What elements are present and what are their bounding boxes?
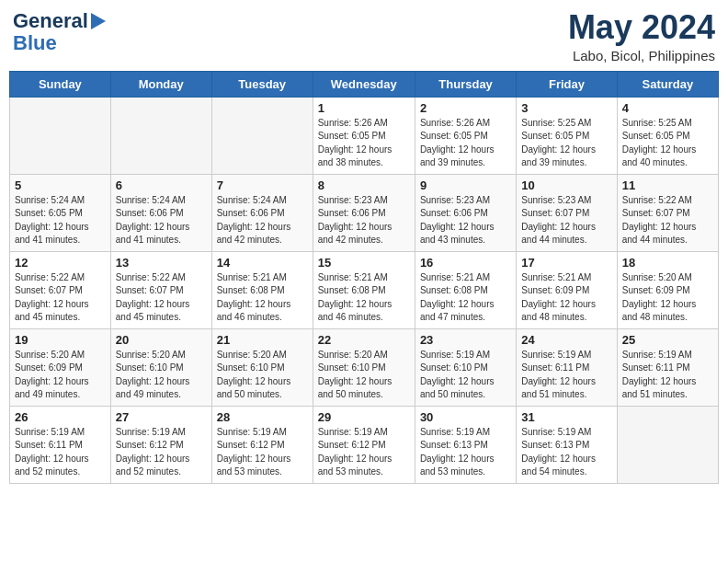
day-number: 13 — [116, 256, 207, 270]
calendar-cell: 15Sunrise: 5:21 AM Sunset: 6:08 PM Dayli… — [313, 251, 415, 328]
day-info: Sunrise: 5:19 AM Sunset: 6:12 PM Dayligh… — [116, 426, 207, 479]
day-number: 24 — [521, 333, 611, 347]
calendar-week-row: 5Sunrise: 5:24 AM Sunset: 6:05 PM Daylig… — [10, 174, 719, 251]
day-number: 7 — [217, 178, 308, 192]
calendar-cell: 17Sunrise: 5:21 AM Sunset: 6:09 PM Dayli… — [517, 251, 617, 328]
day-number: 21 — [217, 333, 308, 347]
calendar-cell: 11Sunrise: 5:22 AM Sunset: 6:07 PM Dayli… — [617, 174, 718, 251]
day-info: Sunrise: 5:21 AM Sunset: 6:09 PM Dayligh… — [521, 271, 611, 325]
day-info: Sunrise: 5:24 AM Sunset: 6:05 PM Dayligh… — [15, 194, 106, 247]
day-info: Sunrise: 5:19 AM Sunset: 6:12 PM Dayligh… — [217, 426, 308, 479]
day-info: Sunrise: 5:24 AM Sunset: 6:06 PM Dayligh… — [116, 194, 207, 247]
calendar-cell: 14Sunrise: 5:21 AM Sunset: 6:08 PM Dayli… — [211, 251, 313, 328]
calendar-cell: 24Sunrise: 5:19 AM Sunset: 6:11 PM Dayli… — [517, 328, 617, 406]
page-header: General Blue May 2024 Labo, Bicol, Phili… — [9, 9, 719, 63]
logo-arrow-icon — [91, 13, 106, 29]
day-number: 3 — [521, 101, 611, 115]
logo-general: General — [13, 9, 88, 33]
calendar-cell: 20Sunrise: 5:20 AM Sunset: 6:10 PM Dayli… — [110, 328, 211, 406]
day-number: 1 — [318, 101, 410, 115]
day-number: 30 — [420, 410, 511, 424]
day-info: Sunrise: 5:23 AM Sunset: 6:06 PM Dayligh… — [420, 194, 511, 247]
calendar-cell: 25Sunrise: 5:19 AM Sunset: 6:11 PM Dayli… — [617, 328, 718, 406]
day-info: Sunrise: 5:25 AM Sunset: 6:05 PM Dayligh… — [622, 117, 713, 170]
calendar-cell: 2Sunrise: 5:26 AM Sunset: 6:05 PM Daylig… — [415, 97, 516, 174]
day-info: Sunrise: 5:19 AM Sunset: 6:11 PM Dayligh… — [521, 349, 611, 402]
day-info: Sunrise: 5:20 AM Sunset: 6:10 PM Dayligh… — [318, 349, 410, 402]
calendar-header-row: SundayMondayTuesdayWednesdayThursdayFrid… — [10, 71, 719, 97]
calendar-table: SundayMondayTuesdayWednesdayThursdayFrid… — [9, 71, 719, 484]
calendar-cell — [10, 97, 111, 174]
day-number: 4 — [622, 101, 713, 115]
calendar-cell: 29Sunrise: 5:19 AM Sunset: 6:12 PM Dayli… — [313, 406, 415, 483]
day-number: 19 — [15, 333, 106, 347]
day-info: Sunrise: 5:22 AM Sunset: 6:07 PM Dayligh… — [116, 271, 207, 325]
day-info: Sunrise: 5:25 AM Sunset: 6:05 PM Dayligh… — [521, 117, 611, 170]
calendar-week-row: 1Sunrise: 5:26 AM Sunset: 6:05 PM Daylig… — [10, 97, 719, 174]
day-info: Sunrise: 5:19 AM Sunset: 6:11 PM Dayligh… — [622, 349, 713, 402]
calendar-cell: 27Sunrise: 5:19 AM Sunset: 6:12 PM Dayli… — [110, 406, 211, 483]
calendar-cell — [110, 97, 211, 174]
day-number: 27 — [116, 410, 207, 424]
logo: General Blue — [13, 9, 106, 53]
day-number: 20 — [116, 333, 207, 347]
day-number: 6 — [116, 178, 207, 192]
column-header-sunday: Sunday — [10, 71, 111, 97]
day-number: 17 — [521, 256, 611, 270]
day-info: Sunrise: 5:26 AM Sunset: 6:05 PM Dayligh… — [420, 117, 511, 170]
column-header-wednesday: Wednesday — [313, 71, 415, 97]
location-subtitle: Labo, Bicol, Philippines — [568, 48, 715, 63]
day-number: 2 — [420, 101, 511, 115]
day-info: Sunrise: 5:19 AM Sunset: 6:12 PM Dayligh… — [318, 426, 410, 479]
day-number: 15 — [318, 256, 410, 270]
calendar-cell: 16Sunrise: 5:21 AM Sunset: 6:08 PM Dayli… — [415, 251, 516, 328]
day-number: 18 — [622, 256, 713, 270]
day-info: Sunrise: 5:20 AM Sunset: 6:10 PM Dayligh… — [116, 349, 207, 402]
calendar-cell: 1Sunrise: 5:26 AM Sunset: 6:05 PM Daylig… — [313, 97, 415, 174]
calendar-cell: 10Sunrise: 5:23 AM Sunset: 6:07 PM Dayli… — [517, 174, 617, 251]
calendar-cell: 8Sunrise: 5:23 AM Sunset: 6:06 PM Daylig… — [313, 174, 415, 251]
logo-blue: Blue — [13, 33, 57, 53]
calendar-week-row: 12Sunrise: 5:22 AM Sunset: 6:07 PM Dayli… — [10, 251, 719, 328]
day-number: 26 — [15, 410, 106, 424]
calendar-cell — [211, 97, 313, 174]
calendar-week-row: 26Sunrise: 5:19 AM Sunset: 6:11 PM Dayli… — [10, 406, 719, 483]
column-header-friday: Friday — [517, 71, 617, 97]
day-number: 23 — [420, 333, 511, 347]
day-number: 8 — [318, 178, 410, 192]
calendar-cell: 13Sunrise: 5:22 AM Sunset: 6:07 PM Dayli… — [110, 251, 211, 328]
day-number: 22 — [318, 333, 410, 347]
day-number: 9 — [420, 178, 511, 192]
day-info: Sunrise: 5:20 AM Sunset: 6:09 PM Dayligh… — [15, 349, 106, 402]
calendar-cell: 7Sunrise: 5:24 AM Sunset: 6:06 PM Daylig… — [211, 174, 313, 251]
calendar-cell: 28Sunrise: 5:19 AM Sunset: 6:12 PM Dayli… — [211, 406, 313, 483]
column-header-tuesday: Tuesday — [211, 71, 313, 97]
day-info: Sunrise: 5:23 AM Sunset: 6:07 PM Dayligh… — [521, 194, 611, 247]
calendar-cell: 18Sunrise: 5:20 AM Sunset: 6:09 PM Dayli… — [617, 251, 718, 328]
day-info: Sunrise: 5:19 AM Sunset: 6:13 PM Dayligh… — [521, 426, 611, 479]
day-info: Sunrise: 5:19 AM Sunset: 6:11 PM Dayligh… — [15, 426, 106, 479]
day-number: 10 — [521, 178, 611, 192]
day-number: 14 — [217, 256, 308, 270]
day-number: 11 — [622, 178, 713, 192]
calendar-cell: 26Sunrise: 5:19 AM Sunset: 6:11 PM Dayli… — [10, 406, 111, 483]
calendar-cell: 12Sunrise: 5:22 AM Sunset: 6:07 PM Dayli… — [10, 251, 111, 328]
logo-line1: General — [13, 9, 106, 33]
calendar-cell: 4Sunrise: 5:25 AM Sunset: 6:05 PM Daylig… — [617, 97, 718, 174]
day-info: Sunrise: 5:22 AM Sunset: 6:07 PM Dayligh… — [15, 271, 106, 325]
day-info: Sunrise: 5:22 AM Sunset: 6:07 PM Dayligh… — [622, 194, 713, 247]
calendar-cell: 3Sunrise: 5:25 AM Sunset: 6:05 PM Daylig… — [517, 97, 617, 174]
calendar-week-row: 19Sunrise: 5:20 AM Sunset: 6:09 PM Dayli… — [10, 328, 719, 406]
column-header-monday: Monday — [110, 71, 211, 97]
day-info: Sunrise: 5:21 AM Sunset: 6:08 PM Dayligh… — [318, 271, 410, 325]
day-number: 16 — [420, 256, 511, 270]
day-info: Sunrise: 5:23 AM Sunset: 6:06 PM Dayligh… — [318, 194, 410, 247]
day-info: Sunrise: 5:19 AM Sunset: 6:10 PM Dayligh… — [420, 349, 511, 402]
calendar-cell: 21Sunrise: 5:20 AM Sunset: 6:10 PM Dayli… — [211, 328, 313, 406]
day-number: 5 — [15, 178, 106, 192]
day-info: Sunrise: 5:19 AM Sunset: 6:13 PM Dayligh… — [420, 426, 511, 479]
calendar-cell: 31Sunrise: 5:19 AM Sunset: 6:13 PM Dayli… — [517, 406, 617, 483]
calendar-cell: 30Sunrise: 5:19 AM Sunset: 6:13 PM Dayli… — [415, 406, 516, 483]
title-block: May 2024 Labo, Bicol, Philippines — [568, 9, 715, 63]
month-year-title: May 2024 — [568, 9, 715, 46]
